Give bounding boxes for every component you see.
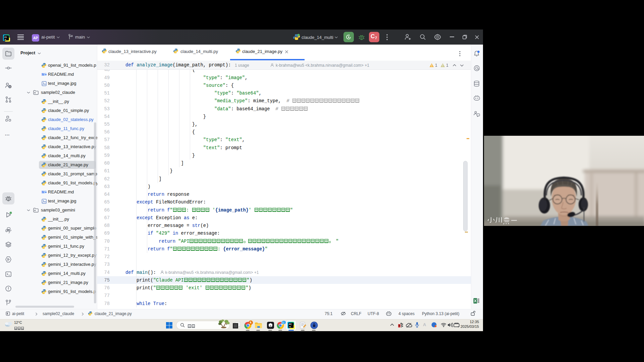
svg-text:PC: PC [289, 323, 292, 325]
